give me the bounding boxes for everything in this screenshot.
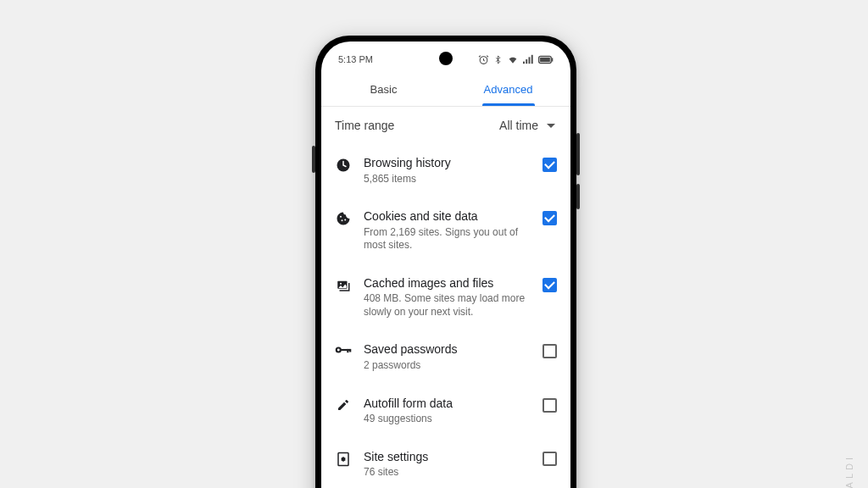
svg-point-15 <box>337 349 340 352</box>
phone-side-button <box>576 184 580 209</box>
wifi-icon <box>507 54 519 65</box>
battery-icon <box>538 55 554 64</box>
phone-screen: 5:13 PM Basic Advanced Time range All ti… <box>321 42 570 488</box>
svg-rect-16 <box>341 349 350 351</box>
checkbox[interactable] <box>542 158 557 172</box>
svg-point-13 <box>340 282 342 284</box>
checkbox[interactable] <box>542 398 557 413</box>
svg-rect-1 <box>523 62 525 64</box>
svg-rect-2 <box>526 59 527 64</box>
svg-rect-6 <box>552 58 553 61</box>
status-icons <box>478 54 554 65</box>
chevron-down-icon <box>547 124 555 128</box>
signal-icon <box>523 54 534 64</box>
clear-data-list: Browsing history 5,865 items Cookies and… <box>321 144 570 488</box>
item-title: Cached images and files <box>364 276 532 291</box>
tab-advanced-label: Advanced <box>484 83 533 96</box>
svg-point-9 <box>340 216 342 218</box>
time-range-dropdown[interactable]: All time <box>499 119 555 132</box>
key-icon <box>333 342 353 356</box>
checkbox[interactable] <box>542 452 557 466</box>
svg-point-11 <box>344 219 346 221</box>
edit-icon <box>333 396 353 412</box>
checkbox[interactable] <box>542 278 557 292</box>
item-subtitle: 2 passwords <box>364 359 532 373</box>
list-item[interactable]: Cached images and files 408 MB. Some sit… <box>321 264 570 331</box>
history-icon <box>333 156 353 173</box>
tab-basic[interactable]: Basic <box>321 72 446 106</box>
list-item[interactable]: Autofill form data 49 suggestions <box>321 385 570 438</box>
item-subtitle: 49 suggestions <box>364 413 532 426</box>
list-item[interactable]: Browsing history 5,865 items <box>321 144 570 197</box>
time-range-label: Time range <box>335 119 394 132</box>
status-time: 5:13 PM <box>338 54 373 64</box>
time-range-value: All time <box>499 119 538 132</box>
item-subtitle: 76 sites <box>364 466 532 480</box>
phone-frame: 5:13 PM Basic Advanced Time range All ti… <box>315 36 576 488</box>
item-title: Site settings <box>364 450 532 465</box>
svg-rect-7 <box>540 57 550 62</box>
item-title: Autofill form data <box>364 396 532 412</box>
checkbox[interactable] <box>542 211 557 225</box>
item-title: Cookies and site data <box>364 209 532 225</box>
tab-advanced[interactable]: Advanced <box>446 72 570 106</box>
watermark: VIVALDI <box>843 454 856 488</box>
phone-side-button <box>312 146 315 173</box>
watermark-text: VIVALDI <box>844 454 854 488</box>
svg-rect-18 <box>349 349 351 352</box>
svg-rect-4 <box>531 55 533 64</box>
tab-bar: Basic Advanced <box>321 72 570 107</box>
svg-rect-17 <box>347 349 348 352</box>
list-item[interactable]: Cookies and site data From 2,169 sites. … <box>321 197 570 264</box>
item-title: Browsing history <box>364 156 532 171</box>
item-subtitle: From 2,169 sites. Signs you out of most … <box>364 226 532 252</box>
checkbox[interactable] <box>542 344 557 358</box>
tab-basic-label: Basic <box>370 83 398 96</box>
phone-side-button <box>576 133 580 175</box>
item-subtitle: 408 MB. Some sites may load more slowly … <box>364 292 532 319</box>
time-range-row: Time range All time <box>321 107 570 144</box>
front-camera <box>439 52 453 65</box>
svg-rect-3 <box>529 57 531 64</box>
item-title: Saved passwords <box>364 342 532 358</box>
bluetooth-icon <box>493 54 503 65</box>
cookie-icon <box>333 209 353 226</box>
image-icon <box>333 276 353 293</box>
list-item[interactable]: Saved passwords 2 passwords <box>321 330 570 384</box>
alarm-icon <box>478 54 489 65</box>
list-item[interactable]: Site settings 76 sites <box>321 438 570 488</box>
svg-point-10 <box>342 219 343 221</box>
item-subtitle: 5,865 items <box>364 173 532 186</box>
settings-file-icon <box>333 450 353 467</box>
